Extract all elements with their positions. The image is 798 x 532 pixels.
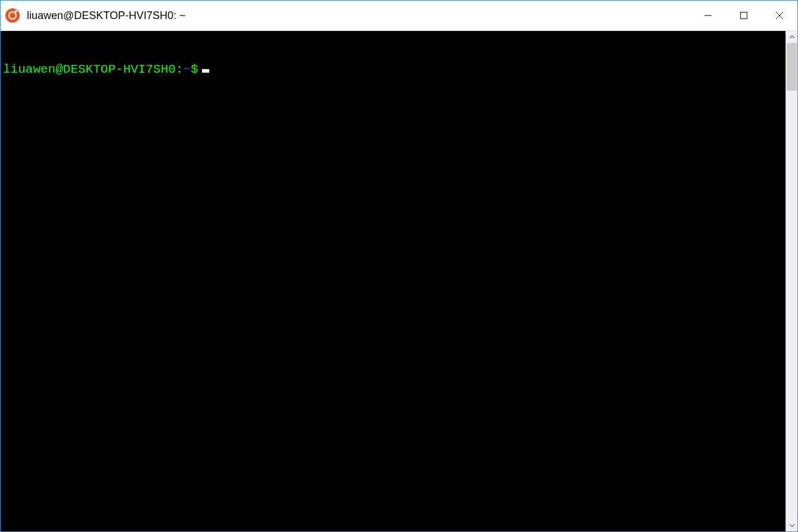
- terminal-body[interactable]: liuawen@DESKTOP-HVI7SH0:~$: [1, 31, 785, 531]
- minimize-button[interactable]: [690, 1, 726, 30]
- window-titlebar[interactable]: liuawen@DESKTOP-HVI7SH0: ~: [1, 1, 797, 31]
- scroll-track[interactable]: [786, 43, 797, 519]
- maximize-button[interactable]: [726, 1, 762, 30]
- close-button[interactable]: [762, 1, 797, 30]
- scroll-thumb[interactable]: [787, 43, 797, 91]
- chevron-up-icon: [789, 34, 795, 40]
- titlebar-left: liuawen@DESKTOP-HVI7SH0: ~: [1, 8, 690, 23]
- maximize-icon: [740, 11, 748, 20]
- prompt-dollar: $: [191, 61, 198, 77]
- window-title: liuawen@DESKTOP-HVI7SH0: ~: [27, 10, 186, 22]
- prompt-path: ~: [183, 61, 191, 77]
- minimize-icon: [704, 11, 712, 20]
- prompt-line: liuawen@DESKTOP-HVI7SH0:~$: [3, 61, 783, 77]
- content-area: liuawen@DESKTOP-HVI7SH0:~$: [1, 31, 797, 531]
- ubuntu-icon: [5, 8, 20, 23]
- scroll-up-button[interactable]: [786, 31, 797, 43]
- window-controls: [690, 1, 797, 30]
- scroll-down-button[interactable]: [786, 519, 797, 531]
- close-icon: [775, 11, 784, 20]
- prompt-colon: :: [176, 61, 184, 77]
- chevron-down-icon: [789, 522, 795, 528]
- svg-rect-1: [741, 13, 747, 19]
- prompt-userhost: liuawen@DESKTOP-HVI7SH0: [3, 61, 176, 77]
- vertical-scrollbar[interactable]: [785, 31, 797, 531]
- terminal-window: liuawen@DESKTOP-HVI7SH0: ~ liuawen@DESKT…: [0, 0, 798, 532]
- cursor-icon: [202, 69, 209, 73]
